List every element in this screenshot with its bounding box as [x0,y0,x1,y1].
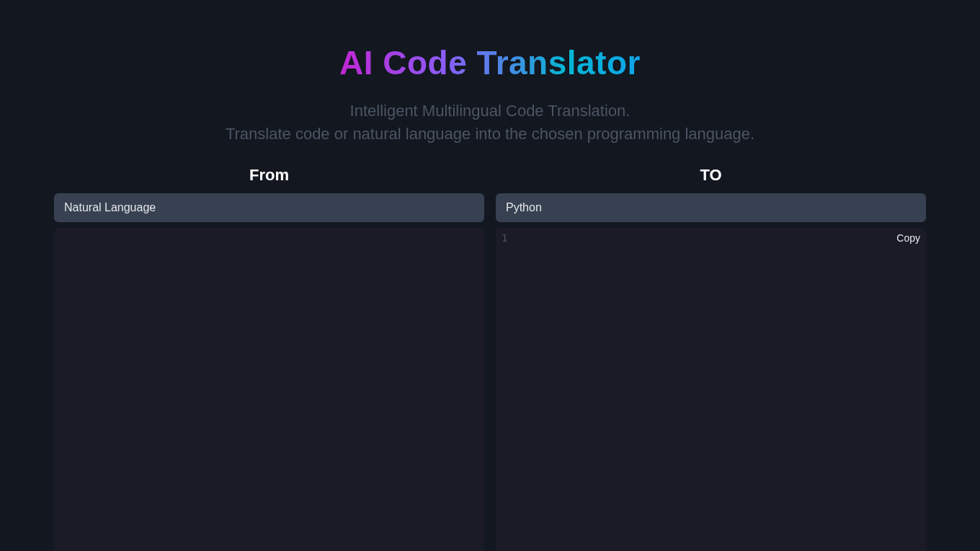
subtitle-line-1: Intelligent Multilingual Code Translatio… [226,100,754,123]
to-output[interactable] [516,232,886,551]
line-number: 1 [502,232,507,244]
from-panel: From Natural Language [54,166,484,551]
page-subtitle: Intelligent Multilingual Code Translatio… [226,100,754,146]
from-label: From [54,166,484,185]
subtitle-line-2: Translate code or natural language into … [226,123,754,146]
from-editor [54,228,484,551]
to-panel: TO Python 1 Copy [496,166,926,551]
to-language-select[interactable]: Python [496,193,926,222]
to-editor: 1 Copy [496,228,926,551]
from-language-select[interactable]: Natural Language [54,193,484,222]
to-label: TO [496,166,926,185]
page-title: AI Code Translator [339,43,641,82]
copy-button[interactable]: Copy [895,232,922,244]
from-input[interactable] [54,228,484,551]
